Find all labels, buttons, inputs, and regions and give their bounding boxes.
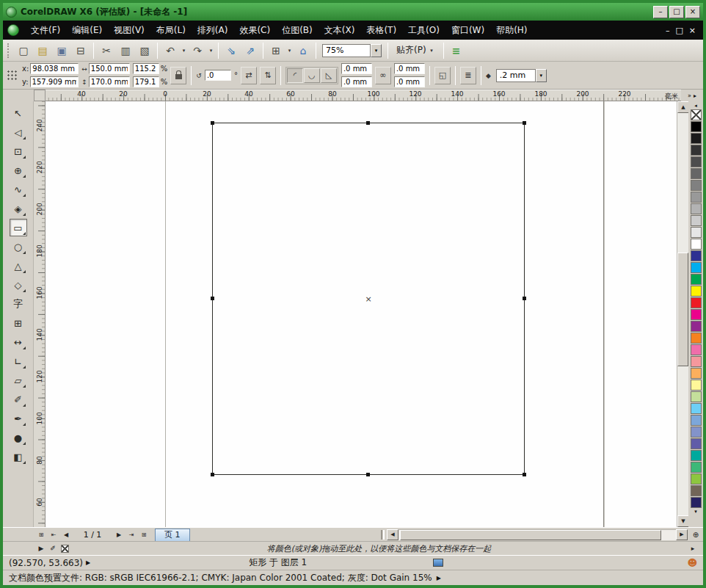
menu-item-tools[interactable]: 工具(O): [402, 21, 445, 40]
horizontal-scroll-thumb[interactable]: [400, 530, 661, 540]
smart-fill-tool[interactable]: ◈: [10, 200, 27, 217]
menu-item-edit[interactable]: 编辑(E): [66, 21, 108, 40]
redo-dropdown-icon[interactable]: ▾: [208, 48, 214, 54]
blend-tool[interactable]: ▱: [10, 371, 27, 389]
maximize-button[interactable]: □: [669, 6, 684, 18]
document-properties-icon[interactable]: [433, 559, 443, 567]
import-button[interactable]: ⇘: [222, 42, 240, 59]
selection-handle-ne[interactable]: [523, 121, 526, 125]
outline-width-dropdown-icon[interactable]: ▾: [536, 69, 547, 82]
close-button[interactable]: ×: [685, 6, 700, 18]
zoom-tool[interactable]: ⊕: [10, 161, 27, 179]
zoom-level-dropdown-icon[interactable]: ▾: [371, 44, 382, 57]
scroll-right-icon[interactable]: ▶: [676, 529, 688, 540]
color-swatch[interactable]: [691, 415, 702, 426]
horizontal-scroll-track[interactable]: [399, 529, 676, 540]
color-swatch[interactable]: [691, 403, 702, 414]
corner-radius-tl-input[interactable]: [341, 63, 372, 74]
object-height-input[interactable]: [89, 76, 130, 87]
color-swatch[interactable]: [691, 473, 702, 484]
horizontal-scrollbar[interactable]: ◀ ▶: [387, 529, 688, 540]
document-close-button[interactable]: ×: [689, 26, 696, 35]
color-swatch[interactable]: [691, 262, 702, 273]
color-swatch[interactable]: [691, 250, 702, 261]
snap-to-dropdown[interactable]: 贴齐(P) ▾: [392, 44, 440, 57]
menu-item-layout[interactable]: 布局(L): [150, 21, 192, 40]
color-swatch[interactable]: [691, 121, 702, 132]
text-tool[interactable]: 字: [10, 295, 27, 313]
cut-button[interactable]: ✂: [98, 42, 115, 59]
selection-handle-nw[interactable]: [211, 121, 214, 125]
welcome-screen-button[interactable]: ⌂: [294, 42, 312, 59]
redo-button[interactable]: ↷: [189, 42, 206, 59]
vertical-scroll-thumb[interactable]: [677, 253, 688, 366]
open-button[interactable]: ▤: [34, 42, 51, 59]
mirror-horizontal-button[interactable]: ⇄: [241, 67, 257, 84]
menu-item-view[interactable]: 视图(V): [108, 21, 150, 40]
selection-handle-sw[interactable]: [211, 473, 214, 476]
document-restore-button[interactable]: □: [675, 26, 683, 35]
color-swatch[interactable]: [691, 239, 702, 250]
undo-button[interactable]: ↶: [161, 42, 179, 59]
color-swatch[interactable]: [691, 427, 702, 438]
document-palette-right-flyout-icon[interactable]: ▸: [687, 545, 699, 552]
color-swatch[interactable]: [691, 438, 702, 449]
document-palette-eyedropper-icon[interactable]: ✐: [47, 545, 59, 552]
ruler-origin-button[interactable]: [34, 90, 46, 101]
application-launcher-button[interactable]: ⊞: [267, 42, 285, 59]
no-color-swatch[interactable]: [691, 109, 702, 120]
color-swatch[interactable]: [691, 180, 702, 191]
color-swatch[interactable]: [691, 309, 702, 320]
polygon-tool[interactable]: △: [10, 257, 27, 275]
document-palette-flyout-icon[interactable]: ▶: [35, 545, 47, 552]
color-swatch[interactable]: [691, 274, 702, 285]
paste-button[interactable]: ▧: [136, 42, 153, 59]
drawing-canvas[interactable]: ×: [46, 101, 677, 527]
color-swatch[interactable]: [691, 450, 702, 461]
selection-handle-e[interactable]: [523, 297, 526, 300]
last-page-button[interactable]: ⇥: [125, 529, 137, 540]
menu-item-table[interactable]: 表格(T): [360, 21, 402, 40]
vertical-scrollbar[interactable]: ▲ ▼: [677, 101, 688, 527]
previous-page-button[interactable]: ◀: [60, 529, 72, 540]
interactive-fill-tool[interactable]: ◧: [10, 448, 27, 465]
ellipse-tool[interactable]: ○: [10, 238, 27, 255]
add-page-button[interactable]: ⊞: [35, 529, 47, 540]
navigator-zoom-icon[interactable]: ⊕: [688, 529, 703, 540]
crop-tool[interactable]: ⊡: [10, 142, 27, 160]
toolbar-grip[interactable]: [7, 43, 10, 58]
x-position-input[interactable]: [30, 63, 79, 74]
document-minimize-button[interactable]: –: [666, 26, 670, 35]
toolbar-overflow-icon[interactable]: »: [688, 92, 691, 99]
color-swatch[interactable]: [691, 344, 702, 355]
edit-corners-together-button[interactable]: ∞: [375, 67, 391, 84]
outline-width-input[interactable]: [496, 69, 536, 82]
color-profile-flyout-icon[interactable]: ▶: [437, 575, 441, 581]
menu-item-text[interactable]: 文本(X): [319, 21, 361, 40]
palette-flyout-icon[interactable]: ◂: [691, 102, 701, 109]
color-swatch[interactable]: [691, 485, 702, 496]
scroll-left-icon[interactable]: ◀: [387, 529, 399, 540]
selected-rectangle[interactable]: ×: [212, 123, 525, 475]
save-button[interactable]: ▣: [53, 42, 70, 59]
mirror-vertical-button[interactable]: ⇅: [260, 67, 276, 84]
basic-shapes-tool[interactable]: ◇: [10, 276, 27, 294]
new-document-button[interactable]: ▢: [15, 42, 32, 59]
menu-item-file[interactable]: 文件(F): [25, 21, 66, 40]
outline-pen-tool[interactable]: ✒: [10, 410, 27, 427]
color-swatch[interactable]: [691, 321, 702, 332]
relative-corner-scaling-button[interactable]: ◱: [434, 67, 451, 84]
menu-item-window[interactable]: 窗口(W): [445, 21, 490, 40]
chamfered-corner-button[interactable]: ◺: [321, 68, 337, 83]
scale-vertical-input[interactable]: [133, 76, 159, 87]
copy-button[interactable]: ▥: [117, 42, 134, 59]
round-corner-button[interactable]: ◜: [287, 68, 303, 83]
add-page-button[interactable]: ⊞: [138, 529, 150, 540]
y-position-input[interactable]: [30, 76, 79, 87]
horizontal-ruler[interactable]: 4020020406080100120140160180200220 毫米: [46, 90, 681, 101]
next-page-button[interactable]: ▶: [113, 529, 125, 540]
vertical-scroll-track[interactable]: [677, 113, 688, 515]
color-swatch[interactable]: [691, 133, 702, 144]
zoom-level-input[interactable]: [322, 44, 371, 57]
fill-tool[interactable]: ●: [10, 429, 27, 446]
